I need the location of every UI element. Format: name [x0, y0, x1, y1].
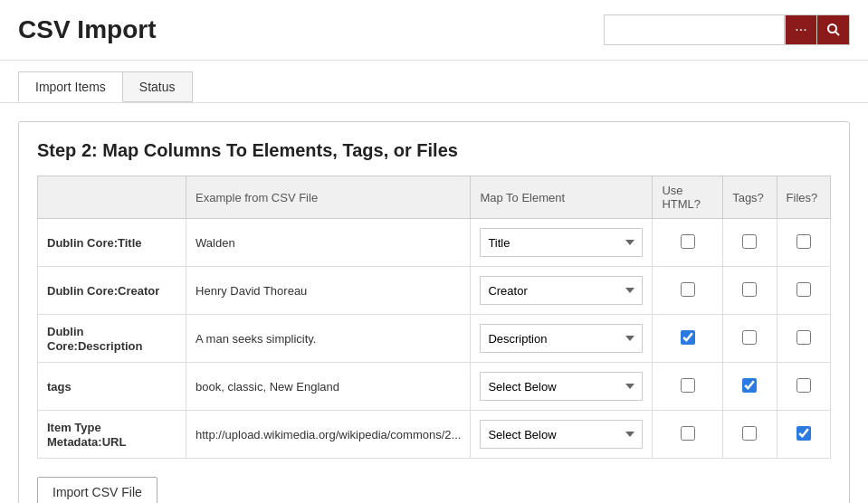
row-4-example: http://upload.wikimedia.org/wikipedia/co…: [186, 411, 471, 459]
row-2-example: A man seeks simplicity.: [186, 315, 471, 363]
col-header-files: Files?: [777, 176, 830, 219]
row-1-use-html-checkbox[interactable]: [681, 282, 695, 297]
search-button[interactable]: [817, 14, 850, 45]
col-header-html: Use HTML?: [653, 176, 723, 219]
row-3-field: tags: [38, 363, 186, 411]
row-1-map-cell: Creator: [471, 267, 653, 315]
header-controls: ···: [604, 14, 850, 45]
card: Step 2: Map Columns To Elements, Tags, o…: [18, 121, 850, 503]
svg-point-0: [828, 24, 836, 33]
row-3-files-cell: [777, 363, 830, 411]
row-4-tags-checkbox[interactable]: [742, 426, 757, 441]
row-2-field: Dublin Core:Description: [38, 315, 186, 363]
row-1-use-html-cell: [653, 267, 723, 315]
table-row: tagsbook, classic, New EnglandSelect Bel…: [38, 363, 831, 411]
row-0-files-cell: [777, 219, 830, 267]
row-0-field: Dublin Core:Title: [38, 219, 186, 267]
search-input[interactable]: [604, 14, 785, 45]
table-header-row: Example from CSV File Map To Element Use…: [38, 176, 831, 219]
row-0-example: Walden: [186, 219, 471, 267]
row-4-files-cell: [777, 411, 830, 459]
row-3-files-checkbox[interactable]: [796, 378, 811, 393]
row-3-tags-checkbox[interactable]: [742, 378, 757, 393]
row-2-use-html-cell: [653, 315, 723, 363]
row-1-map-select[interactable]: Creator: [480, 276, 643, 305]
row-3-tags-cell: [723, 363, 777, 411]
row-4-field-label: Item Type Metadata:URL: [47, 421, 126, 449]
tab-status[interactable]: Status: [122, 71, 193, 102]
row-1-tags-checkbox[interactable]: [742, 282, 757, 297]
row-4-map-cell: Select Below: [471, 411, 653, 459]
dots-button[interactable]: ···: [785, 14, 817, 45]
mapping-table: Example from CSV File Map To Element Use…: [37, 176, 831, 459]
search-icon: [826, 23, 841, 37]
row-1-example: Henry David Thoreau: [186, 267, 471, 315]
row-0-use-html-cell: [653, 219, 723, 267]
row-2-files-checkbox[interactable]: [796, 330, 811, 345]
row-3-map-select[interactable]: Select Below: [480, 372, 643, 401]
row-0-field-label: Dublin Core:Title: [47, 236, 141, 250]
col-header-example: Example from CSV File: [186, 176, 471, 219]
row-4-field: Item Type Metadata:URL: [38, 411, 186, 459]
tabs-bar: Import Items Status: [0, 61, 868, 103]
row-2-files-cell: [777, 315, 830, 363]
svg-line-1: [835, 32, 839, 35]
row-0-map-cell: Title: [471, 219, 653, 267]
table-row: Item Type Metadata:URLhttp://upload.wiki…: [38, 411, 831, 459]
row-1-files-checkbox[interactable]: [796, 282, 811, 297]
import-csv-button[interactable]: Import CSV File: [37, 477, 157, 503]
row-4-map-select[interactable]: Select Below: [480, 420, 643, 449]
card-title: Step 2: Map Columns To Elements, Tags, o…: [37, 140, 831, 161]
col-header-tags: Tags?: [723, 176, 777, 219]
tab-import-items[interactable]: Import Items: [18, 71, 123, 102]
header: CSV Import ···: [0, 0, 868, 61]
row-4-tags-cell: [723, 411, 777, 459]
row-0-tags-checkbox[interactable]: [742, 234, 757, 249]
row-2-field-label: Dublin Core:Description: [47, 325, 142, 353]
table-row: Dublin Core:TitleWaldenTitle: [38, 219, 831, 267]
table-row: Dublin Core:CreatorHenry David ThoreauCr…: [38, 267, 831, 315]
row-1-files-cell: [777, 267, 830, 315]
row-2-map-cell: Description: [471, 315, 653, 363]
row-4-use-html-cell: [653, 411, 723, 459]
page-title: CSV Import: [18, 15, 156, 44]
row-4-files-checkbox[interactable]: [796, 426, 811, 441]
row-0-use-html-checkbox[interactable]: [681, 234, 695, 249]
row-1-field: Dublin Core:Creator: [38, 267, 186, 315]
row-3-use-html-cell: [653, 363, 723, 411]
row-0-files-checkbox[interactable]: [796, 234, 811, 249]
row-0-map-select[interactable]: Title: [480, 228, 643, 257]
row-2-tags-cell: [723, 315, 777, 363]
row-0-tags-cell: [723, 219, 777, 267]
row-3-map-cell: Select Below: [471, 363, 653, 411]
row-3-use-html-checkbox[interactable]: [681, 378, 695, 393]
row-2-map-select[interactable]: Description: [480, 324, 643, 353]
row-3-example: book, classic, New England: [186, 363, 471, 411]
main-content: Step 2: Map Columns To Elements, Tags, o…: [0, 103, 868, 503]
row-1-tags-cell: [723, 267, 777, 315]
col-header-field: [38, 176, 186, 219]
row-2-tags-checkbox[interactable]: [742, 330, 757, 345]
row-4-use-html-checkbox[interactable]: [681, 426, 695, 441]
table-row: Dublin Core:DescriptionA man seeks simpl…: [38, 315, 831, 363]
row-2-use-html-checkbox[interactable]: [681, 330, 695, 345]
col-header-map: Map To Element: [471, 176, 653, 219]
row-1-field-label: Dublin Core:Creator: [47, 284, 159, 298]
row-3-field-label: tags: [47, 380, 72, 394]
